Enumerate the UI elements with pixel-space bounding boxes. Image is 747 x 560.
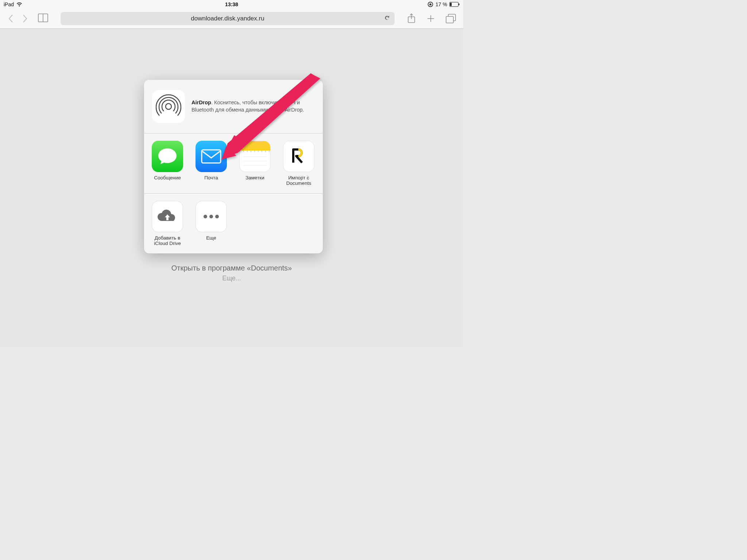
share-item-label: Сообщение xyxy=(154,175,181,180)
bookmarks-button[interactable] xyxy=(38,13,48,24)
svg-point-12 xyxy=(166,104,171,109)
safari-toolbar: downloader.disk.yandex.ru xyxy=(0,9,463,29)
new-tab-button[interactable] xyxy=(426,13,436,24)
device-label: iPad xyxy=(4,1,14,7)
share-item-mail[interactable]: Почта xyxy=(194,141,229,186)
svg-rect-11 xyxy=(446,16,453,23)
svg-rect-2 xyxy=(459,4,460,5)
airdrop-title: AirDrop xyxy=(191,100,211,105)
orientation-lock-icon xyxy=(427,1,433,7)
more-icon xyxy=(196,201,227,232)
svg-point-15 xyxy=(209,215,213,218)
share-item-messages[interactable]: Сообщение xyxy=(150,141,185,186)
share-item-label: Импорт с Documents xyxy=(281,175,316,186)
airdrop-row[interactable]: AirDrop. Коснитесь, чтобы включить Wi-Fi… xyxy=(144,80,323,133)
background-action-text: Открыть в программе «Documents» Еще... xyxy=(171,264,292,282)
url-field[interactable]: downloader.disk.yandex.ru xyxy=(61,12,395,25)
battery-icon xyxy=(449,2,460,7)
airdrop-icon xyxy=(152,90,185,123)
documents-icon xyxy=(283,141,314,172)
share-row[interactable]: Сообщение Почта Заметки xyxy=(144,133,323,194)
action-row[interactable]: Добавить в iCloud Drive Еще xyxy=(144,194,323,253)
share-item-label: Заметки xyxy=(245,175,264,180)
svg-rect-13 xyxy=(202,150,221,163)
status-bar: iPad 13:38 17 % xyxy=(0,0,463,9)
svg-point-16 xyxy=(215,215,219,218)
action-item-label: Еще xyxy=(206,235,216,241)
svg-point-14 xyxy=(204,215,207,218)
share-item-documents[interactable]: Импорт с Documents xyxy=(281,141,316,186)
tabs-button[interactable] xyxy=(446,13,456,24)
background-line1: Открыть в программе «Documents» xyxy=(171,264,292,272)
share-item-label: Почта xyxy=(204,175,218,180)
messages-icon xyxy=(152,141,183,172)
icloud-upload-icon xyxy=(152,201,183,232)
svg-rect-3 xyxy=(450,3,452,6)
share-item-notes[interactable]: Заметки xyxy=(237,141,272,186)
background-line2: Еще... xyxy=(171,275,292,282)
back-button[interactable] xyxy=(7,13,15,24)
forward-button[interactable] xyxy=(21,13,28,24)
action-item-more[interactable]: Еще xyxy=(194,201,229,246)
page-content: Открыть в программе «Documents» Еще... A… xyxy=(0,29,463,347)
airdrop-text: AirDrop. Коснитесь, чтобы включить Wi-Fi… xyxy=(191,99,315,113)
share-button[interactable] xyxy=(407,13,416,24)
battery-percent: 17 % xyxy=(436,1,447,7)
action-item-label: Добавить в iCloud Drive xyxy=(150,235,185,246)
mail-icon xyxy=(196,141,227,172)
share-sheet: AirDrop. Коснитесь, чтобы включить Wi-Fi… xyxy=(144,80,323,253)
popover-pointer xyxy=(228,253,239,253)
notes-icon xyxy=(239,141,271,172)
action-item-icloud[interactable]: Добавить в iCloud Drive xyxy=(150,201,185,246)
url-text: downloader.disk.yandex.ru xyxy=(191,15,264,22)
wifi-icon xyxy=(16,2,23,7)
clock: 13:38 xyxy=(225,1,238,7)
reload-icon[interactable] xyxy=(384,15,390,23)
